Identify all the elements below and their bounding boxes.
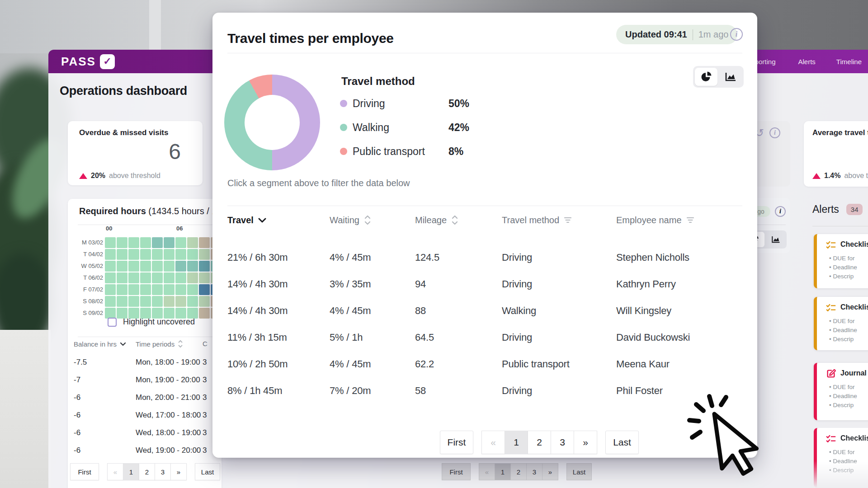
heatmap-cell[interactable] (105, 249, 116, 260)
pagination-prev-button[interactable]: « (479, 463, 495, 480)
heatmap-cell[interactable] (175, 249, 186, 260)
pagination-last-button[interactable]: Last (195, 463, 220, 480)
heatmap-cell[interactable] (152, 284, 163, 295)
info-icon[interactable]: i (769, 127, 780, 138)
heatmap-cell[interactable] (164, 237, 175, 248)
column-header-balance[interactable]: Balance in hrs (74, 340, 136, 348)
pass-logo[interactable]: PASS ✓ (61, 54, 115, 69)
heatmap-cell[interactable] (175, 284, 186, 295)
heatmap-cell[interactable] (164, 284, 175, 295)
legend-item-walking[interactable]: Walking 42% (340, 120, 389, 135)
heatmap-cell[interactable] (140, 249, 151, 260)
heatmap-cell[interactable] (199, 237, 210, 248)
pagination-next-button[interactable]: » (170, 463, 187, 480)
area-chart-toggle-button[interactable] (766, 232, 786, 247)
donut-chart[interactable] (224, 75, 320, 170)
heatmap-cell[interactable] (164, 249, 175, 260)
heatmap-cell[interactable] (117, 261, 127, 272)
pagination-page-3[interactable]: 3 (526, 463, 542, 480)
heatmap-cell[interactable] (105, 284, 116, 295)
info-icon[interactable]: i (775, 206, 786, 217)
alert-card-checklist[interactable]: Checklist DUE for Deadline Descrip (814, 234, 868, 288)
heatmap-cell[interactable] (187, 237, 198, 248)
heatmap-cell[interactable] (128, 296, 139, 307)
heatmap-cell[interactable] (199, 308, 210, 319)
pagination-prev-button[interactable]: « (107, 463, 123, 480)
heatmap-cell[interactable] (140, 284, 151, 295)
heatmap-cell[interactable] (199, 261, 210, 272)
heatmap-cell[interactable] (187, 261, 198, 272)
heatmap-cell[interactable] (117, 249, 127, 260)
pagination-page-3[interactable]: 3 (551, 431, 574, 454)
heatmap-cell[interactable] (128, 237, 139, 248)
area-chart-toggle-button[interactable] (719, 68, 742, 86)
heatmap-cell[interactable] (117, 284, 127, 295)
pagination-next-button[interactable]: » (542, 463, 558, 480)
pagination-first-button[interactable]: First (442, 463, 471, 480)
heatmap-cell[interactable] (175, 296, 186, 307)
heatmap-cell[interactable] (140, 261, 151, 272)
heatmap-cell[interactable] (152, 272, 163, 283)
column-header-employee-name[interactable]: Employee name (616, 215, 694, 225)
nav-item-alerts[interactable]: Alerts (798, 58, 816, 66)
heatmap-cell[interactable] (128, 249, 139, 260)
heatmap-cell[interactable] (199, 296, 210, 307)
pagination-page-3[interactable]: 3 (155, 463, 171, 480)
heatmap-cell[interactable] (199, 284, 210, 295)
heatmap-cell[interactable] (199, 249, 210, 260)
heatmap-cell[interactable] (117, 237, 127, 248)
pagination-prev-button[interactable]: « (481, 431, 505, 454)
nav-item-timeline[interactable]: Timeline (836, 58, 862, 66)
pagination-page-2[interactable]: 2 (528, 431, 551, 454)
column-header-time-periods[interactable]: Time periods (136, 340, 203, 348)
heatmap-cell[interactable] (105, 237, 116, 248)
pagination-last-button[interactable]: Last (566, 463, 592, 480)
pagination-page-2[interactable]: 2 (139, 463, 155, 480)
pagination-page-1[interactable]: 1 (123, 463, 139, 480)
heatmap-cell[interactable] (128, 272, 139, 283)
heatmap-cell[interactable] (152, 237, 163, 248)
pagination-first-button[interactable]: First (440, 431, 473, 454)
column-header-travel[interactable]: Travel (227, 215, 330, 225)
heatmap-cell[interactable] (187, 249, 198, 260)
pagination-next-button[interactable]: » (574, 431, 597, 454)
heatmap-cell[interactable] (105, 296, 116, 307)
heatmap-cell[interactable] (164, 296, 175, 307)
heatmap-cell[interactable] (187, 272, 198, 283)
column-header-waiting[interactable]: Waiting (330, 215, 415, 225)
heatmap-cell[interactable] (175, 261, 186, 272)
heatmap-cell[interactable] (164, 272, 175, 283)
pagination-last-button[interactable]: Last (605, 431, 639, 454)
heatmap-cell[interactable] (140, 272, 151, 283)
heatmap-cell[interactable] (175, 237, 186, 248)
pie-chart-toggle-button[interactable] (695, 68, 717, 86)
heatmap-cell[interactable] (175, 272, 186, 283)
heatmap-cell[interactable] (152, 296, 163, 307)
alert-card-checklist[interactable]: Checklist DUE for Deadline Descrip (814, 297, 868, 350)
heatmap-cell[interactable] (187, 296, 198, 307)
heatmap-cell[interactable] (140, 237, 151, 248)
heatmap-cell[interactable] (164, 261, 175, 272)
heatmap-cell[interactable] (152, 261, 163, 272)
heatmap-cell[interactable] (128, 261, 139, 272)
highlight-uncovered-checkbox[interactable] (108, 318, 117, 327)
legend-item-driving[interactable]: Driving 50% (340, 96, 385, 111)
heatmap-cell[interactable] (105, 261, 116, 272)
column-header-truncated[interactable]: C (203, 340, 208, 348)
pagination-page-2[interactable]: 2 (510, 463, 527, 480)
heatmap-cell[interactable] (117, 272, 127, 283)
column-header-mileage[interactable]: Mileage (415, 215, 502, 225)
heatmap-cell[interactable] (140, 296, 151, 307)
legend-item-public-transport[interactable]: Public transport 8% (340, 144, 425, 159)
pagination-page-1[interactable]: 1 (495, 463, 511, 480)
heatmap-cell[interactable] (199, 272, 210, 283)
column-header-travel-method[interactable]: Travel method (502, 215, 616, 225)
heatmap-cell[interactable] (105, 272, 116, 283)
alert-card-journal[interactable]: Journal DUE for Deadline Descrip (814, 363, 868, 420)
info-icon[interactable]: i (730, 28, 743, 41)
pagination-page-1[interactable]: 1 (505, 431, 528, 454)
heatmap-cell[interactable] (117, 296, 127, 307)
heatmap-cell[interactable] (152, 249, 163, 260)
heatmap-cell[interactable] (187, 284, 198, 295)
alert-card-checklist[interactable]: Checklist DUE for Deadline Descrip (814, 428, 868, 488)
